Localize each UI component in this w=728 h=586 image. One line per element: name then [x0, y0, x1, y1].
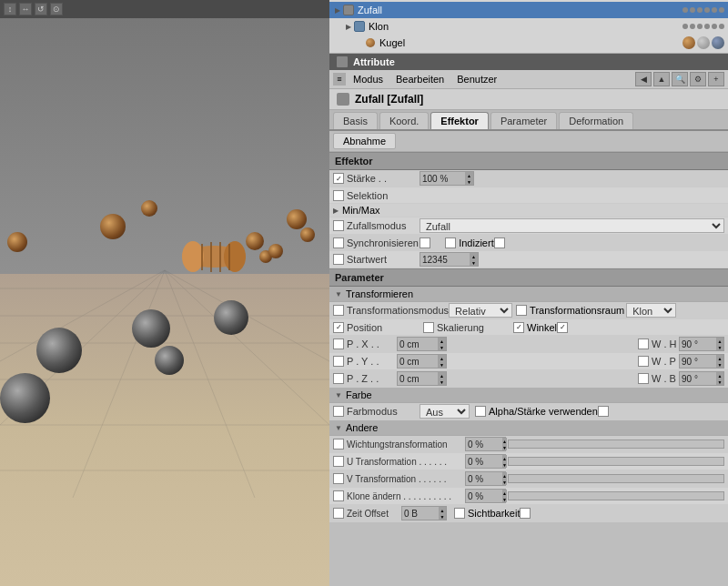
checkbox-wichtung[interactable] [333, 439, 344, 450]
px-up[interactable]: ▲ [438, 338, 446, 344]
px-input[interactable] [398, 339, 438, 349]
tree-arrow-zufall[interactable]: ▶ [333, 5, 342, 15]
tab-basis[interactable]: Basis [333, 112, 378, 129]
checkbox-indiziert[interactable] [445, 237, 456, 248]
wh-down[interactable]: ▼ [716, 344, 723, 350]
startwert-down[interactable]: ▼ [470, 259, 478, 266]
staerke-input[interactable] [420, 174, 465, 184]
select-farbmodus[interactable]: Aus [420, 404, 470, 419]
py-down[interactable]: ▼ [438, 361, 446, 368]
checkbox-transmode[interactable] [333, 305, 344, 316]
input-startwert[interactable]: ▲ ▼ [420, 252, 479, 267]
tab-parameter[interactable]: Parameter [490, 112, 557, 129]
expand-minmax[interactable]: ▶ Min/Max [329, 204, 728, 217]
tree-arrow-klon[interactable]: ▶ [344, 22, 353, 31]
menu-item-bearbeiten[interactable]: Bearbeiten [390, 72, 450, 86]
input-wp[interactable]: ▲ ▼ [679, 354, 724, 369]
tree-item-zufall[interactable]: ▶ Zufall [329, 2, 728, 18]
u-input[interactable] [466, 457, 502, 467]
checkbox-transraum[interactable] [516, 305, 527, 316]
input-v[interactable]: ▲ ▼ [465, 471, 506, 486]
input-wh[interactable]: ▲ ▼ [679, 337, 724, 351]
checkbox-px[interactable] [333, 338, 344, 349]
input-wichtung[interactable]: ▲ ▼ [465, 437, 506, 451]
zeit-down[interactable]: ▼ [439, 513, 446, 520]
attr-btn-add[interactable]: + [708, 72, 724, 86]
input-staerke[interactable]: ▲ ▼ [420, 171, 474, 186]
py-up[interactable]: ▲ [438, 355, 446, 361]
checkbox-position[interactable] [333, 322, 344, 333]
input-klone[interactable]: ▲ ▼ [465, 489, 506, 503]
klone-input[interactable] [466, 491, 502, 501]
checkbox-pz[interactable] [333, 373, 344, 384]
v-down[interactable]: ▼ [502, 479, 507, 485]
pz-input[interactable] [398, 374, 438, 384]
tab-abnahme[interactable]: Abnahme [333, 133, 396, 149]
select-transraum[interactable]: Klon [626, 303, 676, 318]
sub-header-andere[interactable]: ▼ Andere [329, 420, 728, 436]
input-py[interactable]: ▲ ▼ [397, 354, 447, 369]
checkbox-startwert[interactable] [333, 254, 344, 265]
checkbox-alpha[interactable] [475, 406, 486, 417]
v-input[interactable] [466, 474, 502, 484]
menu-item-benutzer[interactable]: Benutzer [451, 72, 502, 86]
select-transmode[interactable]: Relativ [449, 303, 512, 318]
viewport-icon-scale[interactable]: ↔ [19, 3, 32, 15]
wichtung-up[interactable]: ▲ [502, 438, 507, 444]
checkbox-wb[interactable] [638, 373, 649, 384]
checkbox-wh[interactable] [638, 338, 649, 349]
viewport-icon-view[interactable]: ⊙ [50, 3, 63, 15]
checkbox-py[interactable] [333, 356, 344, 367]
input-px[interactable]: ▲ ▼ [397, 337, 447, 351]
wb-input[interactable] [680, 374, 716, 384]
attr-btn-forward[interactable]: ▲ [653, 72, 670, 86]
checkbox-winkel[interactable] [513, 322, 524, 333]
select-zufallsmodus[interactable]: Zufall [420, 218, 724, 233]
checkbox-staerke[interactable] [333, 173, 344, 184]
zeit-up[interactable]: ▲ [439, 507, 446, 513]
viewport-icon-rotate[interactable]: ↺ [35, 3, 47, 15]
attr-btn-back[interactable]: ◀ [635, 72, 652, 86]
checkbox-skalierung[interactable] [423, 322, 434, 333]
checkbox-wp[interactable] [638, 356, 649, 367]
checkbox-sync[interactable] [333, 237, 344, 248]
checkbox-sichtbarkeit[interactable] [454, 508, 465, 519]
attr-btn-search[interactable]: 🔍 [672, 72, 688, 86]
wp-input[interactable] [680, 357, 716, 367]
input-u[interactable]: ▲ ▼ [465, 454, 506, 469]
attr-btn-settings[interactable]: ⚙ [690, 72, 706, 86]
checkbox-zeit[interactable] [333, 508, 344, 519]
checkbox-sichtbarkeit2[interactable] [520, 508, 531, 519]
startwert-up[interactable]: ▲ [470, 253, 478, 259]
pz-down[interactable]: ▼ [438, 379, 446, 385]
checkbox-klone[interactable] [333, 490, 344, 501]
wichtung-input[interactable] [466, 440, 502, 450]
wb-up[interactable]: ▲ [716, 372, 723, 379]
wb-down[interactable]: ▼ [716, 379, 723, 385]
klone-down[interactable]: ▼ [502, 496, 507, 502]
checkbox-alpha2[interactable] [598, 406, 609, 417]
checkbox-u[interactable] [333, 456, 344, 467]
checkbox-sync2[interactable] [420, 237, 430, 248]
u-up[interactable]: ▲ [502, 455, 507, 461]
pz-up[interactable]: ▲ [438, 372, 446, 379]
tab-effektor[interactable]: Effektor [430, 112, 489, 129]
klone-up[interactable]: ▲ [502, 490, 507, 496]
input-zeit[interactable]: ▲ ▼ [401, 506, 447, 520]
py-input[interactable] [398, 357, 438, 367]
input-pz[interactable]: ▲ ▼ [397, 371, 447, 386]
wh-input[interactable] [680, 339, 716, 349]
sub-header-transformieren[interactable]: ▼ Transformieren [329, 287, 728, 302]
v-up[interactable]: ▲ [502, 472, 507, 479]
wichtung-down[interactable]: ▼ [502, 444, 507, 450]
checkbox-farbmodus[interactable] [333, 406, 344, 417]
u-down[interactable]: ▼ [502, 461, 507, 468]
wp-down[interactable]: ▼ [716, 361, 723, 368]
menu-item-modus[interactable]: Modus [348, 72, 389, 86]
startwert-input[interactable] [420, 255, 470, 265]
checkbox-indiziert2[interactable] [494, 237, 505, 248]
panel-content[interactable]: Effektor Stärke . . ▲ ▼ Selektion [329, 152, 728, 586]
sub-header-farbe[interactable]: ▼ Farbe [329, 388, 728, 403]
tree-item-kugel[interactable]: Kugel [329, 35, 728, 51]
px-down[interactable]: ▼ [438, 344, 446, 350]
